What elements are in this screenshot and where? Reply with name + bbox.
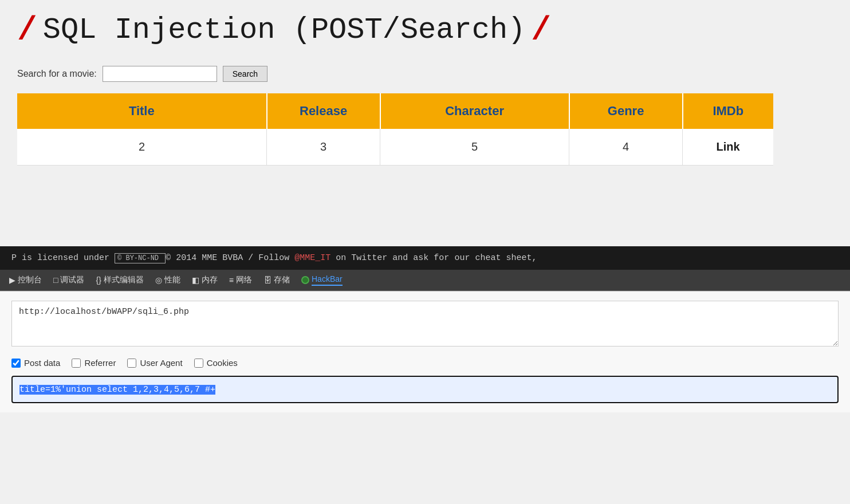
debugger-label: 调试器 [60, 275, 84, 285]
footer-bar: P is licensed under © BY-NC-ND © 2014 MM… [0, 246, 850, 270]
cookies-checkbox-item[interactable]: Cookies [194, 358, 238, 368]
post-data-input[interactable] [11, 376, 839, 403]
referrer-checkbox-item[interactable]: Referrer [72, 358, 116, 368]
network-label: 网络 [236, 275, 252, 285]
referrer-checkbox[interactable] [72, 359, 81, 368]
checkboxes-row: Post data Referrer User Agent Cookies [11, 358, 839, 368]
table-body: 2 3 5 4 Link [17, 129, 773, 166]
console-icon: ▶ [9, 275, 15, 285]
network-icon: ≡ [229, 275, 234, 285]
page-title: / SQL Injection (POST/Search) / [17, 11, 833, 49]
cookies-checkbox[interactable] [194, 359, 203, 368]
hackbar-dot-icon [301, 276, 309, 284]
url-textarea[interactable] [11, 301, 839, 346]
col-genre: Genre [569, 93, 683, 129]
hackbar-label: HackBar [312, 274, 343, 286]
perf-label: 性能 [164, 275, 180, 285]
devtools-item-hackbar[interactable]: HackBar [301, 274, 343, 286]
devtools-item-console[interactable]: ▶ 控制台 [9, 275, 42, 285]
cc-icon: © [117, 254, 121, 262]
search-button[interactable]: Search [223, 66, 267, 82]
search-input[interactable] [103, 66, 217, 82]
devtools-item-storage[interactable]: 🗄 存储 [263, 275, 290, 285]
style-label: 样式编辑器 [104, 275, 144, 285]
cell-imdb[interactable]: Link [683, 129, 773, 166]
main-content: / SQL Injection (POST/Search) / Search f… [0, 0, 850, 246]
devtools-bar: ▶ 控制台 □ 调试器 {} 样式编辑器 ◎ 性能 ◧ 内存 ≡ 网络 🗄 存储… [0, 270, 850, 291]
col-character: Character [380, 93, 569, 129]
cookies-label: Cookies [207, 358, 238, 368]
user-agent-label: User Agent [140, 358, 182, 368]
twitter-link[interactable]: @MME_IT [294, 253, 330, 263]
devtools-item-network[interactable]: ≡ 网络 [229, 275, 252, 285]
cell-title: 2 [17, 129, 267, 166]
table-row: 2 3 5 4 Link [17, 129, 773, 166]
title-text: SQL Injection (POST/Search) [43, 13, 526, 47]
cell-character: 5 [380, 129, 569, 166]
slash-left-icon: / [17, 11, 37, 49]
user-agent-checkbox[interactable] [127, 359, 136, 368]
post-data-label: Post data [24, 358, 60, 368]
col-imdb: IMDb [683, 93, 773, 129]
cell-genre: 4 [569, 129, 683, 166]
console-label: 控制台 [18, 275, 42, 285]
hackbar-panel: Post data Referrer User Agent Cookies [0, 291, 850, 412]
table-header: Title Release Character Genre IMDb [17, 93, 773, 129]
referrer-label: Referrer [84, 358, 116, 368]
perf-icon: ◎ [155, 275, 162, 285]
imdb-link[interactable]: Link [716, 140, 739, 153]
post-data-checkbox-item[interactable]: Post data [11, 358, 60, 368]
footer-text: P is licensed under © BY-NC-ND © 2014 MM… [11, 253, 537, 263]
devtools-item-perf[interactable]: ◎ 性能 [155, 275, 180, 285]
search-label: Search for a movie: [17, 69, 97, 79]
cell-release: 3 [267, 129, 380, 166]
post-data-checkbox[interactable] [11, 359, 21, 368]
user-agent-checkbox-item[interactable]: User Agent [127, 358, 182, 368]
license-badge: © BY-NC-ND [115, 253, 166, 263]
col-release: Release [267, 93, 380, 129]
style-icon: {} [96, 275, 101, 285]
table-header-row: Title Release Character Genre IMDb [17, 93, 773, 129]
results-table: Title Release Character Genre IMDb 2 3 5… [17, 93, 773, 166]
memory-label: 内存 [202, 275, 218, 285]
devtools-item-debugger[interactable]: □ 调试器 [53, 275, 84, 285]
devtools-item-style[interactable]: {} 样式编辑器 [96, 275, 143, 285]
devtools-item-memory[interactable]: ◧ 内存 [192, 275, 218, 285]
memory-icon: ◧ [192, 275, 199, 285]
storage-label: 存储 [274, 275, 290, 285]
debugger-icon: □ [53, 275, 58, 285]
search-row: Search for a movie: Search [17, 66, 833, 82]
col-title: Title [17, 93, 267, 129]
slash-right-icon: / [531, 11, 551, 49]
storage-icon: 🗄 [263, 275, 271, 285]
